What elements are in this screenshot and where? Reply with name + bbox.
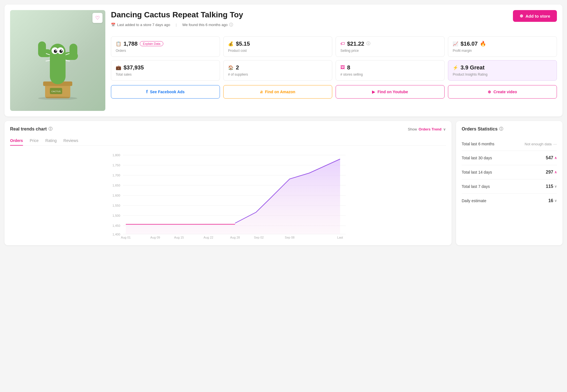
find-on-youtube-button[interactable]: ▶ Find on Youtube bbox=[336, 85, 445, 99]
facebook-icon: f bbox=[146, 89, 148, 94]
video-icon: ⊕ bbox=[488, 90, 491, 94]
stat-selling-price: 🏷 $21.22 ⓘ Selling price bbox=[336, 36, 445, 57]
svg-text:1,650: 1,650 bbox=[112, 184, 120, 187]
svg-text:Aug 09: Aug 09 bbox=[150, 236, 160, 239]
svg-text:1,450: 1,450 bbox=[112, 224, 120, 227]
stat-row-daily: Daily estimate 16 ∨ bbox=[462, 194, 557, 208]
cost-icon: 💰 bbox=[228, 41, 234, 46]
svg-text:Sep 02: Sep 02 bbox=[254, 236, 264, 239]
bottom-section: Real trends chart ⓘ Show Orders Trend ∨ … bbox=[4, 121, 563, 245]
margin-icon: 📈 bbox=[453, 41, 458, 46]
tab-orders[interactable]: Orders bbox=[10, 136, 23, 146]
plus-icon: ⊕ bbox=[520, 13, 523, 18]
found-ago: We found this 6 months ago ⓘ bbox=[182, 22, 233, 27]
chart-card: Real trends chart ⓘ Show Orders Trend ∨ … bbox=[4, 121, 452, 245]
selling-price-info-icon[interactable]: ⓘ bbox=[366, 41, 370, 46]
explain-data-badge[interactable]: Explain Data bbox=[140, 41, 163, 46]
product-image: CACTUS ♡ bbox=[10, 10, 105, 111]
svg-point-19 bbox=[38, 97, 77, 100]
stat-product-cost: 💰 $5.15 Product cost bbox=[223, 36, 332, 57]
add-to-store-button[interactable]: ⊕ Add to store bbox=[513, 10, 557, 22]
sales-icon: 💼 bbox=[116, 65, 121, 70]
wishlist-button[interactable]: ♡ bbox=[92, 13, 103, 23]
calendar-icon: 📅 bbox=[111, 23, 115, 27]
heart-icon: ♡ bbox=[95, 15, 100, 21]
last-added: 📅 Last added to a store 7 days ago bbox=[111, 23, 170, 27]
svg-rect-6 bbox=[69, 44, 77, 60]
svg-text:Aug 28: Aug 28 bbox=[230, 236, 240, 239]
stores-icon: 🖼 bbox=[340, 65, 345, 70]
see-facebook-ads-button[interactable]: f See Facebook Ads bbox=[111, 85, 220, 99]
chart-show-selector[interactable]: Show Orders Trend ∨ bbox=[408, 127, 446, 131]
arrow-up-icon-14: ∧ bbox=[554, 170, 557, 174]
stats-grid: 📋 1,788 Explain Data Orders 💰 $5.15 Prod… bbox=[111, 36, 557, 81]
tab-rating[interactable]: Rating bbox=[45, 136, 57, 146]
stat-row-14days: Total last 14 days 297 ∧ bbox=[462, 165, 557, 179]
svg-text:Aug 15: Aug 15 bbox=[174, 236, 184, 239]
stat-row-30days: Total last 30 days 547 ∧ bbox=[462, 151, 557, 165]
svg-point-15 bbox=[55, 50, 57, 51]
youtube-icon: ▶ bbox=[372, 90, 375, 94]
orders-icon: 📋 bbox=[116, 41, 121, 46]
svg-line-10 bbox=[66, 60, 70, 61]
svg-text:1,750: 1,750 bbox=[112, 164, 120, 167]
fire-icon: 🔥 bbox=[480, 41, 486, 47]
stat-row-6months: Total last 6 months Not enough data — bbox=[462, 137, 557, 151]
trend-chart-svg: 1,800 1,750 1,700 1,650 1,600 1,550 1,50… bbox=[10, 150, 446, 240]
chart-tabs: Orders Price Rating Reviews bbox=[10, 136, 446, 146]
chevron-down-icon: ∨ bbox=[443, 127, 446, 131]
svg-point-14 bbox=[59, 50, 63, 53]
stat-stores-selling: 🖼 8 # stores selling bbox=[336, 60, 445, 81]
create-video-button[interactable]: ⊕ Create video bbox=[448, 85, 557, 99]
action-buttons: f See Facebook Ads a Find on Amazon ▶ Fi… bbox=[111, 85, 557, 99]
svg-text:1,550: 1,550 bbox=[112, 204, 120, 207]
svg-text:Aug 22: Aug 22 bbox=[204, 236, 213, 239]
svg-text:Sep 08: Sep 08 bbox=[285, 236, 295, 239]
product-card: CACTUS ♡ Dancing Cactus Repeat Talking T… bbox=[4, 4, 563, 116]
arrow-down-icon-daily: ∨ bbox=[554, 199, 557, 203]
arrow-up-icon: ∧ bbox=[554, 156, 557, 160]
chart-header: Real trends chart ⓘ Show Orders Trend ∨ bbox=[10, 127, 446, 132]
info-icon[interactable]: ⓘ bbox=[229, 22, 233, 27]
svg-point-16 bbox=[61, 50, 62, 51]
product-meta: 📅 Last added to a store 7 days ago | We … bbox=[111, 22, 513, 27]
product-title: Dancing Cactus Repeat Talking Toy bbox=[111, 10, 513, 20]
orders-stats-info-icon[interactable]: ⓘ bbox=[499, 127, 503, 132]
svg-text:1,800: 1,800 bbox=[112, 153, 120, 157]
stat-insights-rating: ⚡ 3.9 Great Product Insights Rating bbox=[448, 60, 557, 81]
chart-area: 1,800 1,750 1,700 1,650 1,600 1,550 1,50… bbox=[10, 150, 446, 240]
svg-text:1,700: 1,700 bbox=[112, 174, 120, 177]
find-on-amazon-button[interactable]: a Find on Amazon bbox=[223, 85, 332, 99]
orders-stats-title: Orders Statistics ⓘ bbox=[462, 127, 557, 132]
svg-point-13 bbox=[54, 50, 57, 53]
tab-price[interactable]: Price bbox=[30, 136, 39, 146]
svg-rect-4 bbox=[38, 41, 46, 55]
suppliers-icon: 🏠 bbox=[228, 65, 234, 70]
product-info: Dancing Cactus Repeat Talking Toy 📅 Last… bbox=[111, 10, 557, 111]
stat-orders: 📋 1,788 Explain Data Orders bbox=[111, 36, 220, 57]
stat-profit-margin: 📈 $16.07 🔥 Profit margin bbox=[448, 36, 557, 57]
svg-text:CACTUS: CACTUS bbox=[52, 90, 61, 93]
stat-suppliers: 🏠 2 # of suppliers bbox=[223, 60, 332, 81]
svg-line-8 bbox=[46, 60, 50, 61]
svg-text:1,600: 1,600 bbox=[112, 194, 120, 197]
amazon-icon: a bbox=[260, 89, 263, 94]
svg-text:1,400: 1,400 bbox=[112, 233, 120, 236]
chart-info-icon[interactable]: ⓘ bbox=[48, 127, 52, 132]
orders-statistics-card: Orders Statistics ⓘ Total last 6 months … bbox=[456, 121, 563, 245]
svg-text:Last: Last bbox=[337, 236, 343, 239]
insights-icon: ⚡ bbox=[453, 65, 458, 70]
price-icon: 🏷 bbox=[340, 41, 345, 46]
stat-row-7days: Total last 7 days 115 ∨ bbox=[462, 179, 557, 194]
svg-text:Aug 01: Aug 01 bbox=[121, 236, 131, 239]
tab-reviews[interactable]: Reviews bbox=[63, 136, 78, 146]
svg-text:1,500: 1,500 bbox=[112, 214, 120, 217]
arrow-down-icon-7: ∨ bbox=[554, 185, 557, 188]
stat-total-sales: 💼 $37,935 Total sales bbox=[111, 60, 220, 81]
chart-title: Real trends chart ⓘ bbox=[10, 127, 52, 132]
